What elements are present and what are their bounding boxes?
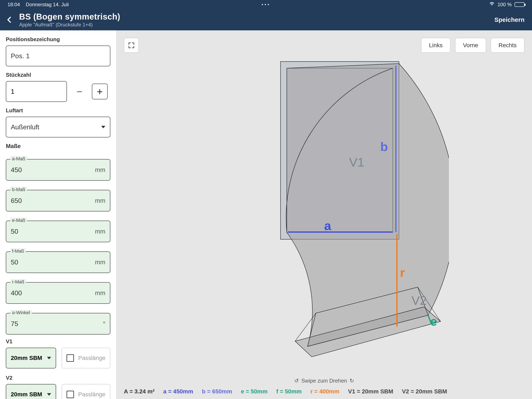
back-button[interactable] [4,15,14,25]
v2-passlaenge-toggle[interactable]: Passlänge [62,384,110,399]
chevron-down-icon [47,357,51,359]
wifi-icon [489,2,494,7]
v1-select[interactable]: 20mm SBM [6,348,56,368]
qty-label: Stückzahl [6,72,110,78]
chevron-down-icon [47,393,51,396]
readout-area: A = 3.24 m² [124,388,155,395]
fullscreen-button[interactable] [124,38,139,53]
svg-text:V1: V1 [349,155,364,169]
battery-icon [514,2,525,7]
svg-text:V2: V2 [412,294,427,308]
checkbox-icon [66,354,74,362]
v1-passlaenge-label: Passlänge [78,355,105,361]
pos-value: Pos. 1 [11,52,105,60]
readout-r: r = 400mm [310,388,339,395]
qty-value: 1 [11,88,14,96]
readout-a: a = 450mm [163,388,193,395]
b-mass-value: 650 [11,197,95,205]
r-mass-label: r-Maß [10,279,26,285]
rotate-right-icon: ↻ [349,378,354,384]
app-header: BS (Bogen symmetrisch) Apple "Aufmaß" (D… [0,9,532,30]
model-drawing: a b r e V1 V2 [200,51,449,363]
status-date: Donnerstag 14. Juli [26,2,69,7]
v1-label: V1 [6,338,110,345]
rotate-left-icon: ↺ [294,378,299,384]
page-title: BS (Bogen symmetrisch) [19,12,120,21]
chevron-down-icon [101,126,105,128]
v2-label: V2 [6,375,110,381]
v2-value: 20mm SBM [11,391,42,398]
view-rechts-button[interactable]: Rechts [491,38,525,53]
svg-text:r: r [400,265,405,279]
readout-b: b = 650mm [202,388,232,395]
battery-pct: 100 % [498,2,512,7]
page-subtitle: Apple "Aufmaß" (Druckstufe 1+4) [19,22,120,28]
airtype-label: Luftart [6,107,110,114]
checkbox-icon [66,391,74,398]
e-mass-value: 50 [11,228,95,235]
alpha-unit: ° [103,320,105,327]
v1-passlaenge-toggle[interactable]: Passlänge [62,348,110,368]
view-vorne-button[interactable]: Vorne [455,38,486,53]
f-mass-unit: mm [95,259,105,266]
multitask-dots-icon[interactable]: ••• [261,2,270,7]
f-mass-value: 50 [11,258,95,266]
v2-select[interactable]: 20mm SBM [6,384,56,399]
model-viewport[interactable]: Links Vorne Rechts [116,30,532,399]
save-button[interactable]: Speichern [494,16,525,23]
b-mass-input[interactable]: 650 mm [6,190,110,212]
alpha-value: 75 [11,320,103,328]
svg-text:b: b [380,140,388,154]
v1-value: 20mm SBM [11,355,42,361]
masse-heading: Maße [6,143,110,149]
a-mass-unit: mm [95,166,105,174]
alpha-label: α-Winkel [10,310,32,315]
status-time: 18:04 [7,2,20,7]
dimension-readout: A = 3.24 m² a = 450mm b = 650mm e = 50mm… [124,388,525,395]
readout-e: e = 50mm [241,388,267,395]
airtype-select[interactable]: Außenluft [6,117,110,137]
v2-passlaenge-label: Passlänge [78,391,105,398]
swipe-hint: ↺ Swipe zum Drehen ↻ [294,378,354,384]
readout-v2: V2 = 20mm SBM [402,388,447,395]
ipad-statusbar: 18:04 Donnerstag 14. Juli ••• 100 % [0,0,532,9]
view-links-button[interactable]: Links [421,38,450,53]
f-mass-label: f-Maß [10,248,25,254]
readout-v1: V1 = 20mm SBM [348,388,393,395]
svg-text:a: a [324,219,331,233]
e-mass-label: e-Maß [10,218,27,223]
alpha-input[interactable]: 75 ° [6,313,110,335]
e-mass-input[interactable]: 50 mm [6,221,110,242]
f-mass-input[interactable]: 50 mm [6,251,110,273]
qty-plus-button[interactable]: + [92,84,108,99]
svg-text:e: e [430,314,437,328]
r-mass-input[interactable]: 400 mm [6,282,110,304]
a-mass-value: 450 [11,166,95,174]
b-mass-unit: mm [95,197,105,204]
pos-input[interactable]: Pos. 1 [6,45,110,66]
pos-label: Positionsbezeichung [6,36,110,43]
a-mass-input[interactable]: 450 mm [6,159,110,181]
qty-minus-button[interactable]: − [71,84,87,99]
b-mass-label: b-Maß [10,187,27,192]
qty-input[interactable]: 1 [6,81,67,102]
r-mass-value: 400 [11,289,95,297]
airtype-value: Außenluft [11,123,101,131]
r-mass-unit: mm [95,290,105,296]
form-sidebar: Positionsbezeichung Pos. 1 Stückzahl 1 −… [0,30,116,399]
readout-f: f = 50mm [276,388,302,395]
e-mass-unit: mm [95,228,105,235]
a-mass-label: a-Maß [10,156,27,161]
